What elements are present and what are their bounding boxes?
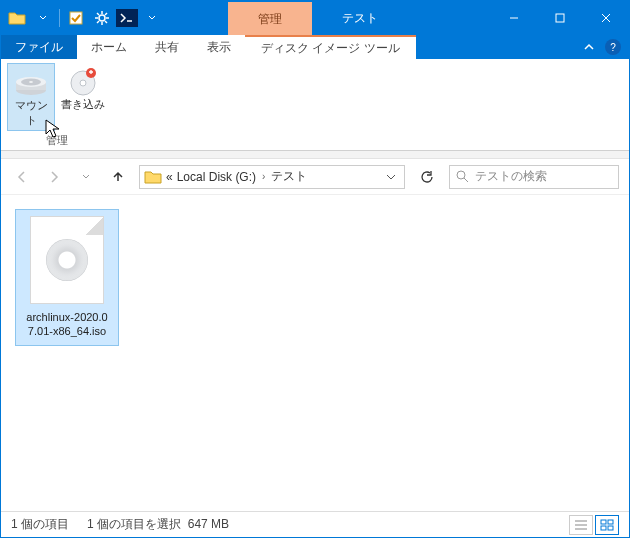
- svg-point-19: [80, 80, 86, 86]
- view-toggle: [569, 515, 619, 535]
- mount-label: マウント: [10, 98, 52, 128]
- burn-label: 書き込み: [61, 97, 105, 112]
- breadcrumb-dropdown-icon[interactable]: [382, 172, 400, 182]
- svg-line-6: [97, 13, 99, 15]
- disc-burn-icon: [65, 65, 101, 97]
- tabs-right: ?: [583, 35, 629, 59]
- search-icon: [456, 170, 469, 183]
- breadcrumb-prefix: «: [166, 170, 173, 184]
- nav-up-button[interactable]: [107, 166, 129, 188]
- tab-share[interactable]: 共有: [141, 35, 193, 59]
- svg-line-8: [105, 13, 107, 15]
- refresh-button[interactable]: [415, 165, 439, 189]
- svg-rect-29: [608, 526, 613, 530]
- ribbon-body: マウント 書き込み 管理: [1, 59, 629, 151]
- status-bar: 1 個の項目 1 個の項目を選択 647 MB: [1, 511, 629, 537]
- nav-back-button[interactable]: [11, 166, 33, 188]
- tab-disc-image-tools[interactable]: ディスク イメージ ツール: [245, 35, 416, 59]
- search-input[interactable]: テストの検索: [449, 165, 619, 189]
- drive-icon: [13, 66, 49, 98]
- collapse-ribbon-icon[interactable]: [583, 41, 595, 53]
- breadcrumb[interactable]: « Local Disk (G:) › テスト: [139, 165, 405, 189]
- folder-icon[interactable]: [5, 6, 29, 30]
- help-icon[interactable]: ?: [605, 39, 621, 55]
- ribbon-group-manage: マウント 書き込み 管理: [7, 63, 107, 148]
- status-selection: 1 個の項目を選択 647 MB: [87, 516, 229, 533]
- minimize-button[interactable]: [491, 1, 537, 35]
- tab-view[interactable]: 表示: [193, 35, 245, 59]
- title-bar: 管理 テスト: [1, 1, 629, 35]
- tab-home[interactable]: ホーム: [77, 35, 141, 59]
- svg-point-1: [99, 15, 105, 21]
- nav-recent-dropdown[interactable]: [75, 166, 97, 188]
- disc-icon: [46, 239, 88, 281]
- separator: [59, 9, 60, 27]
- context-tab-title: テスト: [312, 2, 408, 35]
- chevron-right-icon[interactable]: ›: [260, 171, 267, 182]
- context-tab-area: 管理 テスト: [228, 1, 408, 35]
- svg-line-22: [464, 178, 468, 182]
- nav-forward-button[interactable]: [43, 166, 65, 188]
- details-view-button[interactable]: [569, 515, 593, 535]
- qat-dropdown-icon[interactable]: [31, 6, 55, 30]
- svg-rect-0: [70, 12, 82, 24]
- file-item[interactable]: archlinux-2020.07.01-x86_64.iso: [15, 209, 119, 346]
- ribbon-tabs: ファイル ホーム 共有 表示 ディスク イメージ ツール ?: [1, 35, 629, 59]
- file-name: archlinux-2020.07.01-x86_64.iso: [22, 310, 112, 339]
- svg-rect-12: [556, 14, 564, 22]
- status-item-count: 1 個の項目: [11, 516, 69, 533]
- svg-rect-27: [608, 520, 613, 524]
- mount-button[interactable]: マウント: [7, 63, 55, 131]
- address-bar: « Local Disk (G:) › テスト テストの検索: [1, 159, 629, 195]
- breadcrumb-seg2[interactable]: テスト: [271, 168, 307, 185]
- checkbox-icon[interactable]: [64, 6, 88, 30]
- close-button[interactable]: [583, 1, 629, 35]
- powershell-icon[interactable]: [116, 9, 138, 27]
- folder-icon: [144, 169, 162, 185]
- separator-strip: [1, 151, 629, 159]
- burn-button[interactable]: 書き込み: [59, 63, 107, 131]
- svg-rect-28: [601, 526, 606, 530]
- tab-file[interactable]: ファイル: [1, 35, 77, 59]
- window-controls: [491, 1, 629, 35]
- breadcrumb-seg1[interactable]: Local Disk (G:): [177, 170, 256, 184]
- svg-point-21: [457, 171, 465, 179]
- explorer-window: 管理 テスト ファイル ホーム 共有 表示 ディスク イメージ ツール ?: [0, 0, 630, 538]
- context-tab-manage[interactable]: 管理: [228, 2, 312, 35]
- file-list[interactable]: archlinux-2020.07.01-x86_64.iso: [1, 195, 629, 511]
- ribbon-group-label: 管理: [46, 133, 68, 148]
- svg-point-17: [29, 81, 33, 83]
- svg-line-9: [97, 21, 99, 23]
- quick-access-toolbar: [1, 1, 168, 35]
- qat-dropdown2-icon[interactable]: [140, 6, 164, 30]
- icons-view-button[interactable]: [595, 515, 619, 535]
- maximize-button[interactable]: [537, 1, 583, 35]
- svg-rect-26: [601, 520, 606, 524]
- gear-icon[interactable]: [90, 6, 114, 30]
- file-thumbnail: [30, 216, 104, 304]
- svg-line-7: [105, 21, 107, 23]
- search-placeholder: テストの検索: [475, 168, 547, 185]
